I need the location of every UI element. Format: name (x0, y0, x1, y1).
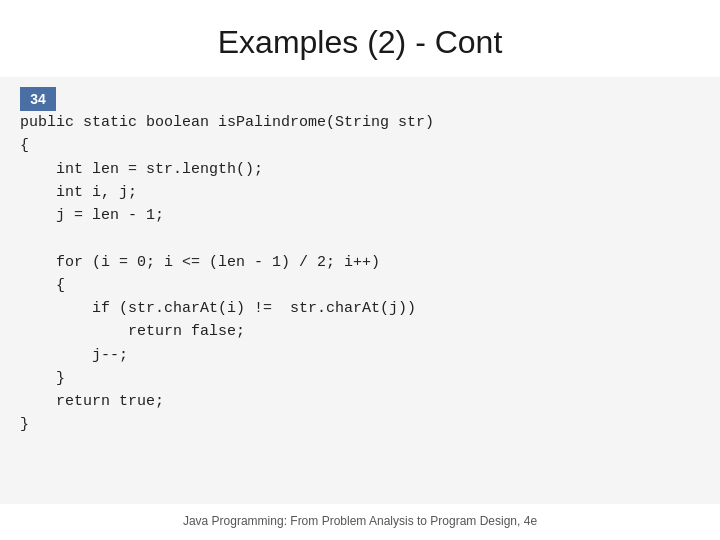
code-block: public static boolean isPalindrome(Strin… (20, 111, 700, 437)
slide-title: Examples (2) - Cont (0, 0, 720, 77)
slide-number-row: 34 (20, 87, 700, 111)
code-area: 34 public static boolean isPalindrome(St… (0, 77, 720, 504)
slide-number: 34 (20, 87, 56, 111)
footer: Java Programming: From Problem Analysis … (0, 504, 720, 540)
slide: Examples (2) - Cont 34 public static boo… (0, 0, 720, 540)
